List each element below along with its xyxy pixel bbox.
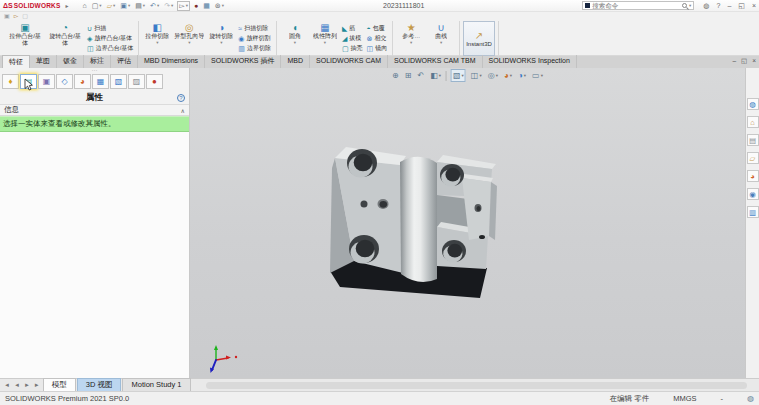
boundary-boss-base-button[interactable]: ◫边界凸台/基体 bbox=[87, 44, 133, 53]
view-orientation-button[interactable]: ▧▾ bbox=[451, 69, 466, 82]
revolved-boss-base-button[interactable]: ◔旋转凸台/基体 bbox=[45, 21, 85, 56]
intersect-button[interactable]: ⊗相交 bbox=[367, 34, 388, 43]
select-button[interactable]: ▻▾ bbox=[177, 1, 190, 11]
search-icon[interactable] bbox=[682, 3, 687, 8]
ribbon-tool-2-icon[interactable]: ▻ bbox=[14, 13, 19, 20]
info-section-header[interactable]: 信息 ∧ bbox=[0, 105, 189, 116]
apply-scene-button[interactable]: ◑▾ bbox=[517, 70, 527, 81]
help-button[interactable]: ? bbox=[716, 2, 720, 10]
rebuild-button[interactable]: ● bbox=[193, 2, 199, 10]
doc-tab-3d-视图[interactable]: 3D 视图 bbox=[77, 378, 122, 391]
units-selector[interactable]: MMGS bbox=[673, 394, 696, 403]
ribbon-tool-3-icon[interactable]: ▢ bbox=[22, 13, 28, 20]
cam-operation-tree-tab[interactable]: ▧ bbox=[110, 74, 127, 89]
swept-boss-base-button[interactable]: ∪扫描 bbox=[87, 24, 133, 33]
custom-properties-tab[interactable]: ◉ bbox=[747, 188, 759, 200]
hide-show-items-button[interactable]: ◎▾ bbox=[487, 70, 499, 81]
boundary-cut-button[interactable]: ▥边界切除 bbox=[238, 44, 271, 53]
scroll-last-button[interactable]: ► bbox=[32, 379, 42, 391]
restore-button[interactable]: ◱ bbox=[738, 2, 745, 10]
help-icon[interactable]: ? bbox=[177, 94, 185, 102]
menu-expand-arrow[interactable]: ▸ bbox=[65, 2, 68, 9]
zoom-fit-button[interactable]: ⊕ bbox=[391, 70, 400, 81]
edit-appearance-button[interactable]: ◕▾ bbox=[503, 70, 513, 81]
close-button[interactable]: × bbox=[752, 2, 756, 10]
lofted-boss-base-button[interactable]: ◈放样凸台/基体 bbox=[87, 34, 133, 43]
zoom-area-button[interactable]: ⊞ bbox=[404, 70, 413, 81]
tab-评估[interactable]: 评估 bbox=[111, 55, 138, 68]
tab-mbd-dimensions[interactable]: MBD Dimensions bbox=[138, 55, 205, 68]
view-palette-tab[interactable]: ▱ bbox=[747, 152, 759, 164]
tab-solidworks-插件[interactable]: SOLIDWORKS 插件 bbox=[205, 55, 281, 68]
forum-tab[interactable]: ▥ bbox=[747, 206, 759, 218]
swept-cut-button[interactable]: ≈扫描切除 bbox=[238, 24, 271, 33]
reference-geometry-button[interactable]: ★参考…▾ bbox=[396, 21, 426, 56]
scroll-first-button[interactable]: ◄ bbox=[2, 379, 12, 391]
ribbon-tool-1-icon[interactable]: ▣ bbox=[4, 13, 10, 20]
linear-pattern-button[interactable]: ▦线性阵列▾ bbox=[310, 21, 340, 56]
extruded-boss-base-button[interactable]: ▣拉伸凸台/基体 bbox=[5, 21, 45, 56]
tab-特征[interactable]: 特征 bbox=[2, 55, 30, 68]
cam-feature-tree-tab[interactable]: ▦ bbox=[92, 74, 109, 89]
display-manager-tab[interactable]: ◕ bbox=[74, 74, 91, 89]
doc-close-button[interactable]: × bbox=[752, 57, 756, 65]
display-style-button[interactable]: ◫▾ bbox=[470, 70, 483, 81]
revolved-cut-button[interactable]: ◑旋转切除▾ bbox=[206, 21, 236, 56]
design-library-tab[interactable]: ⌂ bbox=[747, 116, 759, 128]
print-button[interactable]: ▤▾ bbox=[134, 2, 146, 10]
minimize-button[interactable]: – bbox=[727, 2, 731, 10]
collapse-caret-icon[interactable]: ∧ bbox=[181, 107, 185, 114]
appearances-scenes-tab[interactable]: ◕ bbox=[747, 170, 759, 182]
mirror-button[interactable]: ◫镜向 bbox=[367, 44, 388, 53]
redo-button[interactable]: ↷▾ bbox=[163, 2, 174, 10]
tab-solidworks-cam-tbm[interactable]: SOLIDWORKS CAM TBM bbox=[388, 55, 483, 68]
scroll-prev-button[interactable]: ◄ bbox=[12, 379, 22, 391]
search-dropdown-icon[interactable]: ▾ bbox=[689, 3, 691, 8]
login-button[interactable]: ◍ bbox=[703, 2, 709, 10]
cam-tools-tab[interactable]: ▨ bbox=[128, 74, 145, 89]
doc-tab-motion-study-1[interactable]: Motion Study 1 bbox=[122, 378, 190, 391]
undo-button[interactable]: ↶▾ bbox=[149, 2, 160, 10]
hole-wizard-button[interactable]: ◎异型孔向导▾ bbox=[172, 21, 206, 56]
tab-solidworks-cam[interactable]: SOLIDWORKS CAM bbox=[310, 55, 388, 68]
view-settings-button[interactable]: ▭▾ bbox=[531, 70, 544, 81]
file-explorer-tab[interactable]: ▤ bbox=[747, 134, 759, 146]
open-button[interactable]: ▱▾ bbox=[106, 2, 117, 10]
tab-solidworks-inspection[interactable]: SOLIDWORKS Inspection bbox=[483, 55, 577, 68]
search-box[interactable]: ▾ bbox=[582, 1, 694, 10]
status-tag-icon[interactable]: ◍ bbox=[747, 394, 754, 403]
new-document-button[interactable]: ▢▾ bbox=[91, 2, 103, 10]
dimxpert-manager-tab[interactable]: ◇ bbox=[56, 74, 73, 89]
model-canvas[interactable] bbox=[190, 68, 745, 378]
tab-标注[interactable]: 标注 bbox=[84, 55, 111, 68]
horizontal-scrollbar[interactable] bbox=[206, 382, 747, 389]
section-view-button[interactable]: ◧▾ bbox=[429, 70, 442, 81]
shell-button[interactable]: ▢抽壳 bbox=[342, 44, 363, 53]
extruded-cut-button[interactable]: ◧拉伸切除▾ bbox=[142, 21, 172, 56]
sensors-tab[interactable]: ● bbox=[146, 74, 163, 89]
save-button[interactable]: ▣▾ bbox=[119, 2, 131, 10]
rib-button[interactable]: ◣筋 bbox=[342, 24, 363, 33]
search-input[interactable] bbox=[592, 2, 680, 9]
fillet-button[interactable]: ◖圆角▾ bbox=[280, 21, 310, 56]
configuration-manager-tab[interactable]: ▣ bbox=[38, 74, 55, 89]
property-manager-tab[interactable]: ▤ bbox=[20, 74, 37, 89]
instant3d-button[interactable]: ↗Instant3D bbox=[463, 21, 495, 56]
tab-钣金[interactable]: 钣金 bbox=[57, 55, 84, 68]
solidworks-resources-tab[interactable]: ◍ bbox=[747, 98, 759, 110]
tab-mbd[interactable]: MBD bbox=[281, 55, 310, 68]
doc-restore-button[interactable]: ◱ bbox=[741, 57, 747, 65]
graphics-area[interactable]: ⊕⊞↶◧▾▧▾◫▾◎▾◕▾◑▾▭▾ bbox=[190, 68, 745, 378]
draft-button[interactable]: ◢拔模 bbox=[342, 34, 363, 43]
previous-view-button[interactable]: ↶ bbox=[416, 70, 425, 81]
doc-tab-模型[interactable]: 模型 bbox=[43, 378, 76, 391]
tab-草图[interactable]: 草图 bbox=[30, 55, 57, 68]
featuremanager-tree-tab[interactable]: ♦ bbox=[2, 74, 19, 89]
scroll-next-button[interactable]: ► bbox=[22, 379, 32, 391]
lofted-cut-button[interactable]: ◉放样切割 bbox=[238, 34, 271, 43]
curves-button[interactable]: ∪曲线▾ bbox=[426, 21, 456, 56]
part-model[interactable] bbox=[330, 147, 497, 298]
doc-minimize-button[interactable]: – bbox=[732, 57, 736, 65]
file-properties-button[interactable]: ▦ bbox=[202, 2, 211, 10]
home-button[interactable]: ⌂ bbox=[82, 2, 88, 10]
